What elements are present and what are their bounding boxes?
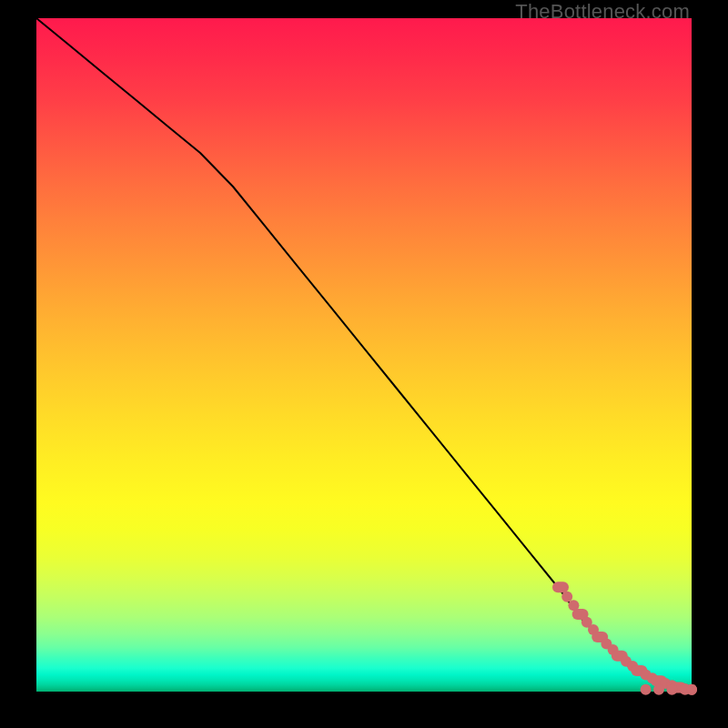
plot-area: [36, 18, 692, 692]
main-curve: [36, 18, 692, 690]
scatter-dot: [653, 684, 664, 695]
chart-svg: [36, 18, 692, 692]
scatter-dot: [641, 684, 652, 695]
scatter-dot: [552, 581, 569, 592]
scatter-dot: [561, 592, 572, 602]
scatter-dots: [552, 581, 697, 695]
scatter-dot: [686, 684, 697, 695]
chart-frame: TheBottleneck.com: [0, 0, 728, 728]
scatter-dot: [666, 684, 677, 695]
